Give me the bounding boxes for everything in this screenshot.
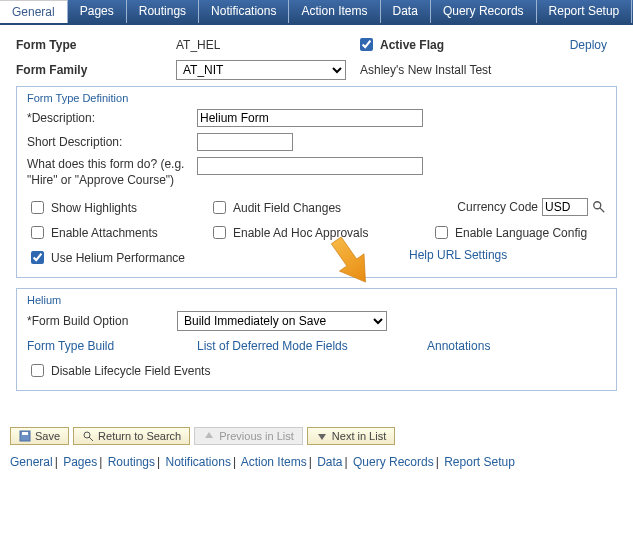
tab-general[interactable]: General	[0, 0, 68, 23]
enable-language-config-checkbox[interactable]	[435, 226, 448, 239]
form-type-label: Form Type	[16, 38, 176, 52]
description-label: *Description:	[27, 111, 197, 125]
tab-report-setup[interactable]: Report Setup	[537, 0, 633, 23]
use-helium-performance-checkbox[interactable]	[31, 251, 44, 264]
bottom-link-notifications[interactable]: Notifications	[166, 455, 231, 469]
svg-marker-8	[318, 434, 326, 440]
form-type-value: AT_HEL	[176, 38, 346, 52]
short-description-input[interactable]	[197, 133, 293, 151]
next-in-list-label: Next in List	[332, 430, 386, 442]
return-to-search-label: Return to Search	[98, 430, 181, 442]
form-type-definition-fieldset: Form Type Definition *Description: Short…	[16, 86, 617, 278]
arrow-down-icon	[316, 430, 328, 442]
form-family-desc: Ashley's New Install Test	[360, 63, 491, 77]
show-highlights-checkbox[interactable]	[31, 201, 44, 214]
return-to-search-button[interactable]: Return to Search	[73, 427, 190, 445]
tab-action-items[interactable]: Action Items	[289, 0, 380, 23]
next-in-list-button[interactable]: Next in List	[307, 427, 395, 445]
tab-routings[interactable]: Routings	[127, 0, 199, 23]
disable-lifecycle-events-label: Disable Lifecycle Field Events	[51, 364, 210, 378]
bottom-link-action-items[interactable]: Action Items	[241, 455, 307, 469]
use-helium-performance-label: Use Helium Performance	[51, 251, 185, 265]
audit-field-changes-checkbox[interactable]	[213, 201, 226, 214]
form-family-select[interactable]: AT_NIT	[176, 60, 346, 80]
arrow-up-icon	[203, 430, 215, 442]
form-family-label: Form Family	[16, 63, 176, 77]
helium-title: Helium	[27, 294, 606, 306]
svg-line-1	[600, 208, 604, 212]
active-flag-label: Active Flag	[380, 38, 444, 52]
action-toolbar: Save Return to Search Previous in List N…	[0, 421, 633, 451]
enable-attachments-label: Enable Attachments	[51, 226, 158, 240]
tab-query-records[interactable]: Query Records	[431, 0, 537, 23]
bottom-link-bar: General| Pages| Routings| Notifications|…	[0, 451, 633, 473]
deferred-mode-fields-link[interactable]: List of Deferred Mode Fields	[197, 339, 397, 353]
tab-pages[interactable]: Pages	[68, 0, 127, 23]
what-does-label: What does this form do? (e.g. "Hire" or …	[27, 157, 197, 188]
currency-code-input[interactable]	[542, 198, 588, 216]
previous-in-list-button: Previous in List	[194, 427, 303, 445]
svg-point-0	[594, 202, 601, 209]
save-button[interactable]: Save	[10, 427, 69, 445]
active-flag-checkbox[interactable]	[360, 38, 373, 51]
svg-marker-7	[205, 432, 213, 438]
bottom-link-data[interactable]: Data	[317, 455, 342, 469]
deploy-link[interactable]: Deploy	[570, 38, 607, 52]
enable-ad-hoc-approvals-label: Enable Ad Hoc Approvals	[233, 226, 368, 240]
what-does-input[interactable]	[197, 157, 423, 175]
enable-ad-hoc-approvals-checkbox[interactable]	[213, 226, 226, 239]
tab-bar: General Pages Routings Notifications Act…	[0, 0, 633, 25]
form-type-definition-title: Form Type Definition	[27, 92, 606, 104]
audit-field-changes-label: Audit Field Changes	[233, 201, 341, 215]
help-url-settings-link[interactable]: Help URL Settings	[409, 248, 507, 262]
bottom-link-general[interactable]: General	[10, 455, 53, 469]
annotations-link[interactable]: Annotations	[427, 339, 490, 353]
search-icon	[82, 430, 94, 442]
disable-lifecycle-events-checkbox[interactable]	[31, 364, 44, 377]
form-build-option-select[interactable]: Build Immediately on Save	[177, 311, 387, 331]
description-input[interactable]	[197, 109, 423, 127]
svg-rect-4	[22, 432, 28, 435]
helium-fieldset: Helium *Form Build Option Build Immediat…	[16, 288, 617, 391]
save-button-label: Save	[35, 430, 60, 442]
bottom-link-pages[interactable]: Pages	[63, 455, 97, 469]
tab-data[interactable]: Data	[381, 0, 431, 23]
bottom-link-report-setup[interactable]: Report Setup	[444, 455, 515, 469]
enable-attachments-checkbox[interactable]	[31, 226, 44, 239]
bottom-link-routings[interactable]: Routings	[108, 455, 155, 469]
save-icon	[19, 430, 31, 442]
form-type-build-link[interactable]: Form Type Build	[27, 339, 167, 353]
lookup-icon[interactable]	[592, 200, 606, 214]
enable-language-config-label: Enable Language Config	[455, 226, 587, 240]
previous-in-list-label: Previous in List	[219, 430, 294, 442]
short-description-label: Short Description:	[27, 135, 197, 149]
tab-notifications[interactable]: Notifications	[199, 0, 289, 23]
currency-code-label: Currency Code	[457, 200, 538, 214]
show-highlights-label: Show Highlights	[51, 201, 137, 215]
form-build-option-label: *Form Build Option	[27, 314, 177, 328]
svg-line-6	[89, 437, 93, 441]
bottom-link-query-records[interactable]: Query Records	[353, 455, 434, 469]
